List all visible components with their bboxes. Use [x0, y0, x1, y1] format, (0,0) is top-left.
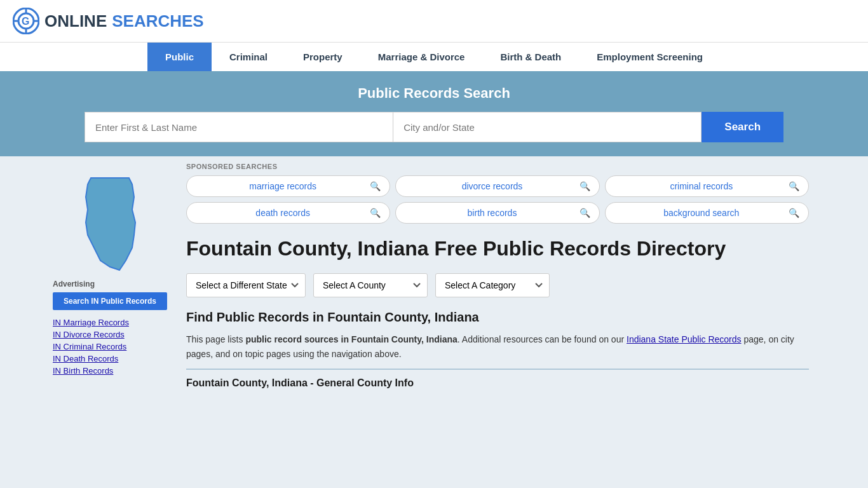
- dropdowns-row: Select a Different State Select A County…: [186, 273, 809, 297]
- search-button[interactable]: Search: [702, 112, 783, 142]
- sponsored-label: SPONSORED SEARCHES: [186, 163, 809, 170]
- state-map: [72, 172, 148, 267]
- find-records-text: This page lists public record sources in…: [186, 332, 809, 361]
- search-icon-birth: 🔍: [580, 208, 590, 218]
- sponsored-text-death: death records: [196, 208, 370, 218]
- search-form: Search: [85, 112, 783, 142]
- sponsored-item-death[interactable]: death records 🔍: [186, 202, 390, 224]
- sidebar-link-criminal[interactable]: IN Criminal Records: [53, 342, 167, 351]
- sponsored-text-marriage: marriage records: [196, 181, 370, 191]
- svg-text:G: G: [22, 16, 29, 27]
- nav-item-public[interactable]: Public: [147, 43, 212, 71]
- sidebar-link-divorce[interactable]: IN Divorce Records: [53, 330, 167, 339]
- state-dropdown[interactable]: Select a Different State: [186, 273, 306, 297]
- sponsored-grid: marriage records 🔍 divorce records 🔍 cri…: [186, 175, 809, 224]
- sponsored-item-criminal[interactable]: criminal records 🔍: [605, 175, 809, 197]
- sidebar-link-birth[interactable]: IN Birth Records: [53, 366, 167, 376]
- indiana-state-link[interactable]: Indiana State Public Records: [627, 334, 742, 344]
- find-records-title: Find Public Records in Fountain County, …: [186, 310, 809, 325]
- nav-item-criminal[interactable]: Criminal: [212, 43, 285, 71]
- page-title: Fountain County, Indiana Free Public Rec…: [186, 236, 809, 261]
- sponsored-item-marriage[interactable]: marriage records 🔍: [186, 175, 390, 197]
- county-dropdown[interactable]: Select A County: [313, 273, 428, 297]
- find-text-2: . Additional resources can be found on o…: [458, 334, 627, 344]
- find-text-1: This page lists: [186, 334, 245, 344]
- category-dropdown[interactable]: Select A Category: [435, 273, 550, 297]
- nav-item-birth-death[interactable]: Birth & Death: [482, 43, 579, 71]
- main-content: SPONSORED SEARCHES marriage records 🔍 di…: [173, 156, 822, 395]
- logo: G ONLINE SEARCHES: [13, 8, 204, 34]
- search-banner: Public Records Search Search: [0, 71, 868, 156]
- nav-item-marriage-divorce[interactable]: Marriage & Divorce: [360, 43, 483, 71]
- main-nav: Public Criminal Property Marriage & Divo…: [0, 42, 868, 71]
- search-banner-title: Public Records Search: [19, 85, 849, 102]
- main-wrapper: Advertising Search IN Public Records IN …: [40, 156, 828, 395]
- sidebar-ad-label: Advertising: [53, 280, 167, 288]
- sponsored-text-birth: birth records: [405, 208, 579, 218]
- logo-icon: G: [13, 8, 39, 34]
- sidebar-ad-button[interactable]: Search IN Public Records: [53, 292, 167, 310]
- logo-text-online: ONLINE: [44, 11, 107, 31]
- search-icon-marriage: 🔍: [370, 181, 381, 191]
- sidebar-link-death[interactable]: IN Death Records: [53, 354, 167, 363]
- sponsored-item-background[interactable]: background search 🔍: [605, 202, 809, 224]
- sponsored-item-divorce[interactable]: divorce records 🔍: [395, 175, 599, 197]
- nav-item-employment[interactable]: Employment Screening: [579, 43, 721, 71]
- site-header: G ONLINE SEARCHES: [0, 0, 868, 42]
- section-divider: [186, 369, 809, 370]
- search-icon-background: 🔍: [789, 208, 799, 218]
- sponsored-text-criminal: criminal records: [614, 181, 789, 191]
- search-icon-criminal: 🔍: [789, 181, 799, 191]
- sidebar-link-marriage[interactable]: IN Marriage Records: [53, 318, 167, 327]
- name-input[interactable]: [85, 112, 393, 142]
- nav-item-property[interactable]: Property: [285, 43, 360, 71]
- find-bold: public record sources in Fountain County…: [245, 334, 457, 344]
- search-icon-death: 🔍: [370, 208, 381, 218]
- sub-section-title: Fountain County, Indiana - General Count…: [186, 377, 809, 389]
- sponsored-text-background: background search: [614, 208, 789, 218]
- search-icon-divorce: 🔍: [580, 181, 590, 191]
- logo-text-searches: SEARCHES: [112, 11, 203, 31]
- location-input[interactable]: [393, 112, 702, 142]
- sponsored-text-divorce: divorce records: [405, 181, 579, 191]
- sidebar: Advertising Search IN Public Records IN …: [46, 156, 173, 395]
- sponsored-item-birth[interactable]: birth records 🔍: [395, 202, 599, 224]
